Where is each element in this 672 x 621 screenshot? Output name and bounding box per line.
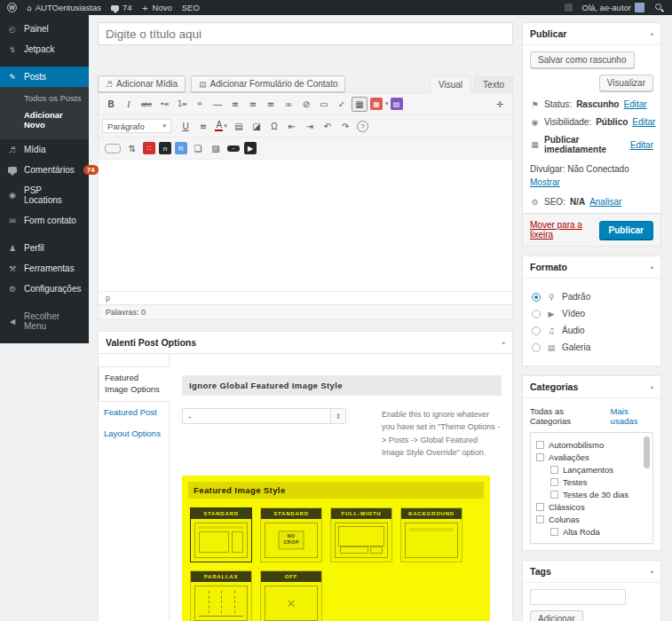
new-tag-input[interactable] xyxy=(530,589,626,605)
style-option-parallax[interactable]: PARALLAX xyxy=(190,570,252,621)
seo-analyze-link[interactable]: Analisar xyxy=(589,197,621,207)
read-more-button[interactable]: ▭ xyxy=(316,97,332,112)
horizontal-rule-button[interactable]: — xyxy=(210,97,225,112)
sidebar-item-psp-locations[interactable]: ◉PSP Locations xyxy=(0,180,89,210)
checkbox[interactable] xyxy=(536,441,544,449)
sidebar-item-form-contato[interactable]: ✉Form contato xyxy=(0,210,89,231)
sidebar-item-todos-os-posts[interactable]: Todos os Posts xyxy=(0,90,89,106)
style-option-background[interactable]: BACKGROUND xyxy=(400,507,462,562)
checkbox[interactable] xyxy=(536,503,544,511)
category-item[interactable]: Avaliações xyxy=(536,451,640,463)
publish-button[interactable]: Publicar xyxy=(599,221,653,240)
red-plugin-button[interactable]: ∷ xyxy=(143,142,155,154)
seo-menu[interactable]: SEO xyxy=(182,3,200,12)
edit-status-link[interactable]: Editar xyxy=(623,99,646,109)
my-account-menu[interactable]: Olá, ae-autor xyxy=(582,3,644,12)
sidebar-item-jetpack[interactable]: ↯Jetpack xyxy=(0,39,89,59)
tab-all-categories[interactable]: Todas as Categorias xyxy=(530,406,600,426)
numbered-list-button[interactable]: 1≡ xyxy=(174,97,190,112)
sidebar-item-ferramentas[interactable]: ⚒Ferramentas xyxy=(0,258,89,279)
editor-canvas[interactable] xyxy=(99,160,512,291)
categories-header[interactable]: Categorias ▴ xyxy=(523,376,660,398)
checkbox[interactable] xyxy=(536,515,544,523)
sidebar-item-adicionar-novo[interactable]: Adicionar Novo xyxy=(0,106,89,133)
align-center-button[interactable]: ≡ xyxy=(245,97,261,112)
clear-formatting-button[interactable]: ◪ xyxy=(249,119,265,134)
style-option-off[interactable]: OFF ✕ xyxy=(260,570,322,621)
remove-link-button[interactable]: ⊘ xyxy=(298,97,314,112)
sidebar-item-comentarios[interactable]: Comentários74 xyxy=(0,160,89,180)
sidebar-item-perfil[interactable]: ♟Perfil xyxy=(0,238,89,258)
bulleted-list-button[interactable]: •≡ xyxy=(156,97,172,112)
radio[interactable] xyxy=(532,326,541,335)
collapse-icon[interactable]: ▴ xyxy=(650,383,653,390)
redo-button[interactable]: ↷ xyxy=(337,119,353,134)
proofread-button[interactable]: ✓ xyxy=(334,97,350,112)
publish-header[interactable]: Publicar ▴ xyxy=(523,23,660,45)
checkbox[interactable] xyxy=(550,491,558,499)
tab-layout-options[interactable]: Layout Options xyxy=(99,423,169,445)
n-plugin-button[interactable]: n xyxy=(159,142,171,154)
paste-as-text-button[interactable]: ▤ xyxy=(231,119,247,134)
notification-icon[interactable] xyxy=(565,4,573,12)
tab-visual[interactable]: Visual xyxy=(430,76,471,93)
add-media-button[interactable]: ♬Adicionar Mídia xyxy=(98,75,186,92)
checkbox[interactable] xyxy=(550,466,558,474)
r-plugin-button[interactable]: R xyxy=(175,142,187,154)
site-name-menu[interactable]: ⌂AUTOentusiastas xyxy=(27,3,101,12)
category-item[interactable]: Automobilismo xyxy=(536,438,640,451)
outdent-button[interactable]: ⇤ xyxy=(284,119,300,134)
collapse-icon[interactable]: ▴ xyxy=(502,339,505,346)
ignore-global-style-select[interactable]: - ⇕ xyxy=(182,408,346,460)
sidebar-item-painel[interactable]: ◴Painel xyxy=(0,19,89,39)
collapse-icon[interactable]: ▴ xyxy=(650,568,653,575)
help-button[interactable]: ? xyxy=(357,121,368,132)
comments-shortcut[interactable]: 74 xyxy=(111,3,132,12)
video-embed-button[interactable]: ▶ xyxy=(244,142,257,154)
search-icon[interactable] xyxy=(654,3,665,13)
collapse-menu-button[interactable]: ◀Recolher Menu xyxy=(0,306,89,336)
collapse-icon[interactable]: ▴ xyxy=(650,30,653,37)
special-character-button[interactable]: Ω xyxy=(266,119,282,134)
move-to-trash-link[interactable]: Mover para a lixeira xyxy=(530,220,599,240)
format-option-video[interactable]: ▶ Vídeo xyxy=(532,309,652,318)
style-option-full-width[interactable]: FULL-WIDTH xyxy=(330,507,392,562)
category-checklist[interactable]: Automobilismo Avaliações Lançamentos Tes… xyxy=(530,432,653,544)
wordpress-menu[interactable]: W xyxy=(7,3,17,12)
format-option-padrao[interactable]: ⚲ Padrão xyxy=(532,292,652,302)
edit-visibility-link[interactable]: Editar xyxy=(632,117,655,127)
valenti-header[interactable]: Valenti Post Options ▴ xyxy=(99,332,512,354)
preview-button[interactable]: Visualizar xyxy=(599,75,653,91)
sidebar-item-midia[interactable]: ♬Mídia xyxy=(0,139,89,160)
tab-texto[interactable]: Texto xyxy=(474,76,513,93)
format-option-audio[interactable]: ♫ Áudio xyxy=(532,326,652,335)
bold-button[interactable]: B xyxy=(103,97,119,112)
category-item[interactable]: Colunas xyxy=(536,513,640,525)
category-item[interactable]: Alta Roda xyxy=(550,525,640,538)
shortcodes-button[interactable]: ▦ xyxy=(370,98,383,110)
tab-most-used[interactable]: Mais usadas xyxy=(611,406,653,426)
post-title-input[interactable] xyxy=(98,22,513,45)
sidebar-item-posts[interactable]: ✎Posts xyxy=(0,67,89,87)
select-spinner-icon[interactable]: ⇕ xyxy=(331,408,346,424)
indent-button[interactable]: ⇥ xyxy=(302,119,318,134)
publicize-show-link[interactable]: Mostrar xyxy=(530,177,560,187)
insert-link-button[interactable]: ∞ xyxy=(281,97,296,112)
checkbox[interactable] xyxy=(536,453,544,461)
fullscreen-button[interactable]: ✛ xyxy=(492,97,508,112)
category-item[interactable]: Testes xyxy=(550,476,640,488)
add-contact-form-button[interactable]: ▤Adicionar Formulário de Contato xyxy=(191,75,345,92)
edit-schedule-link[interactable]: Editar xyxy=(630,140,653,150)
underline-button[interactable]: U xyxy=(178,119,194,134)
contact-form-insert-button[interactable]: ▤ xyxy=(391,98,403,110)
strikethrough-button[interactable]: abc xyxy=(138,97,154,112)
blockquote-button[interactable]: “ xyxy=(192,97,208,112)
text-height-button[interactable]: ⇅ xyxy=(124,141,140,156)
style-option-standard-no-crop[interactable]: STANDARD NO CROP xyxy=(260,507,322,562)
justify-button[interactable]: ≡ xyxy=(195,119,211,134)
tab-featured-image-options[interactable]: Featured Image Options xyxy=(99,366,170,402)
collapse-icon[interactable]: ▴ xyxy=(650,263,653,271)
text-color-button[interactable]: A▾ xyxy=(213,119,229,134)
undo-button[interactable]: ↶ xyxy=(320,119,336,134)
tags-header[interactable]: Tags ▴ xyxy=(523,561,660,583)
